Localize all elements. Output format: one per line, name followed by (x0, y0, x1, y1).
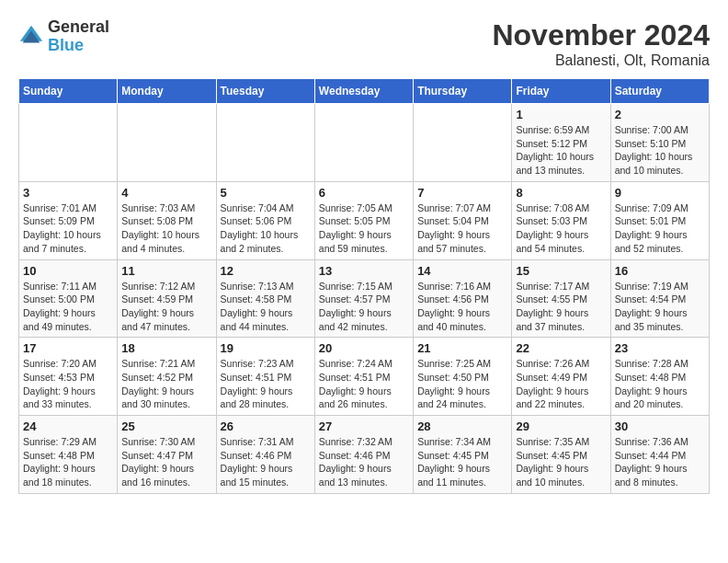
day-number: 14 (417, 264, 507, 278)
page-subtitle: Balanesti, Olt, Romania (492, 52, 710, 69)
day-number: 4 (121, 186, 211, 200)
day-number: 2 (615, 108, 705, 121)
day-info: Sunrise: 7:32 AM Sunset: 4:46 PM Dayligh… (319, 435, 409, 489)
calendar-cell (216, 104, 314, 182)
day-info: Sunrise: 7:11 AM Sunset: 5:00 PM Dayligh… (23, 280, 113, 334)
day-info: Sunrise: 7:04 AM Sunset: 5:06 PM Dayligh… (221, 201, 311, 256)
day-info: Sunrise: 7:15 AM Sunset: 4:57 PM Dayligh… (319, 280, 409, 334)
calendar-cell: 14Sunrise: 7:16 AM Sunset: 4:56 PM Dayli… (414, 259, 512, 338)
calendar-header: SundayMondayTuesdayWednesdayThursdayFrid… (19, 79, 710, 104)
day-info: Sunrise: 7:26 AM Sunset: 4:49 PM Dayligh… (516, 357, 606, 411)
logo-text: General Blue (48, 18, 109, 55)
day-info: Sunrise: 7:09 AM Sunset: 5:01 PM Dayligh… (615, 201, 705, 256)
calendar-cell: 15Sunrise: 7:17 AM Sunset: 4:55 PM Dayli… (512, 259, 610, 338)
calendar-cell: 19Sunrise: 7:23 AM Sunset: 4:51 PM Dayli… (216, 338, 314, 416)
day-number: 9 (615, 186, 705, 200)
day-number: 6 (319, 186, 409, 200)
day-info: Sunrise: 7:03 AM Sunset: 5:08 PM Dayligh… (121, 201, 211, 256)
day-info: Sunrise: 7:12 AM Sunset: 4:59 PM Dayligh… (121, 280, 211, 334)
calendar-cell (414, 104, 512, 182)
day-number: 29 (516, 419, 606, 433)
day-number: 22 (516, 341, 606, 355)
calendar-cell: 17Sunrise: 7:20 AM Sunset: 4:53 PM Dayli… (19, 338, 118, 416)
day-number: 7 (417, 186, 507, 200)
day-number: 26 (221, 419, 311, 433)
calendar-week-row: 17Sunrise: 7:20 AM Sunset: 4:53 PM Dayli… (19, 338, 710, 416)
calendar-cell (19, 104, 118, 182)
day-number: 11 (121, 264, 211, 278)
calendar-cell: 9Sunrise: 7:09 AM Sunset: 5:01 PM Daylig… (610, 181, 709, 259)
day-number: 10 (23, 264, 113, 278)
day-info: Sunrise: 7:19 AM Sunset: 4:54 PM Dayligh… (615, 280, 705, 334)
day-info: Sunrise: 7:34 AM Sunset: 4:45 PM Dayligh… (417, 435, 507, 489)
calendar-cell: 18Sunrise: 7:21 AM Sunset: 4:52 PM Dayli… (118, 338, 216, 416)
day-info: Sunrise: 7:00 AM Sunset: 5:10 PM Dayligh… (615, 123, 705, 178)
calendar-cell: 10Sunrise: 7:11 AM Sunset: 5:00 PM Dayli… (19, 259, 118, 338)
weekday-header: Thursday (414, 79, 512, 104)
day-info: Sunrise: 7:20 AM Sunset: 4:53 PM Dayligh… (23, 357, 113, 411)
day-number: 19 (221, 341, 311, 355)
logo-line1: General (48, 18, 109, 37)
day-number: 23 (615, 341, 705, 355)
day-info: Sunrise: 7:31 AM Sunset: 4:46 PM Dayligh… (221, 435, 311, 489)
calendar-cell: 3Sunrise: 7:01 AM Sunset: 5:09 PM Daylig… (19, 181, 118, 259)
weekday-header: Tuesday (216, 79, 314, 104)
calendar-cell: 13Sunrise: 7:15 AM Sunset: 4:57 PM Dayli… (314, 259, 413, 338)
calendar-cell: 23Sunrise: 7:28 AM Sunset: 4:48 PM Dayli… (610, 338, 709, 416)
day-number: 28 (417, 419, 507, 433)
day-number: 8 (516, 186, 606, 200)
day-number: 5 (221, 186, 311, 200)
day-number: 13 (319, 264, 409, 278)
calendar-cell: 25Sunrise: 7:30 AM Sunset: 4:47 PM Dayli… (118, 416, 216, 494)
day-info: Sunrise: 7:16 AM Sunset: 4:56 PM Dayligh… (417, 280, 507, 334)
calendar-cell: 30Sunrise: 7:36 AM Sunset: 4:44 PM Dayli… (610, 416, 709, 494)
calendar-cell: 22Sunrise: 7:26 AM Sunset: 4:49 PM Dayli… (512, 338, 610, 416)
day-info: Sunrise: 7:21 AM Sunset: 4:52 PM Dayligh… (121, 357, 211, 411)
day-info: Sunrise: 7:07 AM Sunset: 5:04 PM Dayligh… (417, 201, 507, 256)
calendar-cell (314, 104, 413, 182)
calendar-cell: 4Sunrise: 7:03 AM Sunset: 5:08 PM Daylig… (118, 181, 216, 259)
title-block: November 2024 Balanesti, Olt, Romania (492, 18, 710, 69)
day-number: 30 (615, 419, 705, 433)
day-info: Sunrise: 7:28 AM Sunset: 4:48 PM Dayligh… (615, 357, 705, 411)
calendar-cell (118, 104, 216, 182)
weekday-header: Saturday (610, 79, 709, 104)
day-number: 12 (221, 264, 311, 278)
day-info: Sunrise: 7:23 AM Sunset: 4:51 PM Dayligh… (221, 357, 311, 411)
calendar-cell: 26Sunrise: 7:31 AM Sunset: 4:46 PM Dayli… (216, 416, 314, 494)
calendar-week-row: 1Sunrise: 6:59 AM Sunset: 5:12 PM Daylig… (19, 104, 710, 182)
day-info: Sunrise: 6:59 AM Sunset: 5:12 PM Dayligh… (516, 123, 606, 178)
calendar-table: SundayMondayTuesdayWednesdayThursdayFrid… (18, 78, 710, 494)
day-number: 15 (516, 264, 606, 278)
calendar-cell: 29Sunrise: 7:35 AM Sunset: 4:45 PM Dayli… (512, 416, 610, 494)
calendar-cell: 8Sunrise: 7:08 AM Sunset: 5:03 PM Daylig… (512, 181, 610, 259)
calendar-cell: 2Sunrise: 7:00 AM Sunset: 5:10 PM Daylig… (610, 104, 709, 182)
logo: General Blue (18, 18, 109, 55)
day-number: 24 (23, 419, 113, 433)
day-info: Sunrise: 7:24 AM Sunset: 4:51 PM Dayligh… (319, 357, 409, 411)
calendar-cell: 11Sunrise: 7:12 AM Sunset: 4:59 PM Dayli… (118, 259, 216, 338)
calendar-week-row: 10Sunrise: 7:11 AM Sunset: 5:00 PM Dayli… (19, 259, 710, 338)
calendar-cell: 5Sunrise: 7:04 AM Sunset: 5:06 PM Daylig… (216, 181, 314, 259)
day-number: 18 (121, 341, 211, 355)
calendar-cell: 24Sunrise: 7:29 AM Sunset: 4:48 PM Dayli… (19, 416, 118, 494)
logo-line2: Blue (48, 37, 109, 55)
weekday-row: SundayMondayTuesdayWednesdayThursdayFrid… (19, 79, 710, 104)
weekday-header: Monday (118, 79, 216, 104)
day-info: Sunrise: 7:29 AM Sunset: 4:48 PM Dayligh… (23, 435, 113, 489)
day-number: 1 (516, 108, 606, 121)
page-header: General Blue November 2024 Balanesti, Ol… (18, 18, 710, 69)
day-number: 25 (121, 419, 211, 433)
day-info: Sunrise: 7:01 AM Sunset: 5:09 PM Dayligh… (23, 201, 113, 256)
day-number: 17 (23, 341, 113, 355)
weekday-header: Friday (512, 79, 610, 104)
day-number: 27 (319, 419, 409, 433)
calendar-body: 1Sunrise: 6:59 AM Sunset: 5:12 PM Daylig… (19, 104, 710, 494)
day-info: Sunrise: 7:36 AM Sunset: 4:44 PM Dayligh… (615, 435, 705, 489)
calendar-cell: 12Sunrise: 7:13 AM Sunset: 4:58 PM Dayli… (216, 259, 314, 338)
logo-icon (18, 24, 44, 50)
calendar-cell: 6Sunrise: 7:05 AM Sunset: 5:05 PM Daylig… (314, 181, 413, 259)
day-number: 16 (615, 264, 705, 278)
calendar-cell: 28Sunrise: 7:34 AM Sunset: 4:45 PM Dayli… (414, 416, 512, 494)
calendar-cell: 21Sunrise: 7:25 AM Sunset: 4:50 PM Dayli… (414, 338, 512, 416)
